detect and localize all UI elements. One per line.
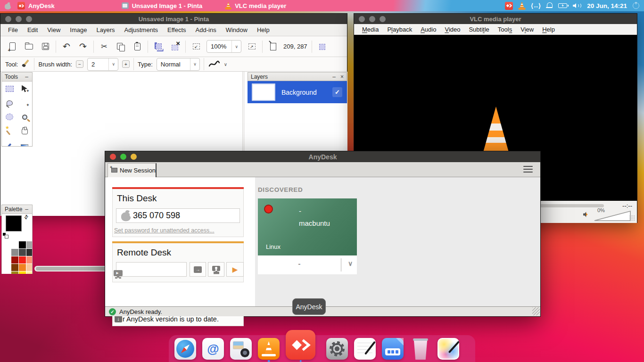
- zoom-level-dropdown[interactable]: 100% ∨: [206, 40, 241, 53]
- zoom-to-window-button[interactable]: ↗: [246, 41, 258, 53]
- anydesk-tray-icon[interactable]: [505, 2, 513, 10]
- menu-image[interactable]: Image: [65, 26, 91, 33]
- maximize-button[interactable]: [131, 154, 137, 160]
- palette-swatch[interactable]: [19, 272, 26, 274]
- palette-swatch[interactable]: [26, 272, 33, 274]
- palette-swatch[interactable]: [26, 264, 33, 271]
- open-file-button[interactable]: [23, 41, 35, 53]
- tool-pan[interactable]: [17, 124, 32, 138]
- network-icon[interactable]: ⟨↔⟩: [531, 2, 540, 9]
- minimize-button[interactable]: [369, 16, 375, 22]
- menu-video[interactable]: Video: [440, 26, 464, 33]
- save-button[interactable]: [39, 41, 51, 53]
- menu-help[interactable]: Help: [538, 26, 559, 33]
- foreground-color-swatch[interactable]: [6, 215, 22, 231]
- minimize-panel-button[interactable]: –: [24, 74, 29, 80]
- brush-width-increase-button[interactable]: +: [122, 60, 130, 68]
- palette-swatch[interactable]: [11, 256, 18, 263]
- dock-item-anydesk[interactable]: [286, 330, 315, 360]
- blend-type-dropdown[interactable]: Normal ∨: [157, 58, 200, 71]
- menu-media[interactable]: Media: [358, 26, 383, 33]
- clock-label[interactable]: 20 Jun, 14:21: [587, 2, 627, 9]
- menu-view[interactable]: View: [42, 26, 65, 33]
- palette-swatch[interactable]: [26, 256, 33, 263]
- vlc-titlebar[interactable]: VLC media player: [354, 14, 637, 24]
- menubar-app-pinta[interactable]: Unsaved Image 1 - Pinta: [122, 2, 203, 9]
- stroke-style-icon[interactable]: [208, 60, 220, 68]
- connect-file-transfer-button[interactable]: →: [190, 262, 206, 277]
- anydesk-titlebar[interactable]: AnyDesk: [105, 151, 540, 162]
- discovered-client-card[interactable]: - macbuntu Linux: [258, 198, 357, 255]
- menubar-app-anydesk[interactable]: AnyDesk: [17, 2, 55, 9]
- connect-button[interactable]: ▶: [226, 262, 244, 277]
- menubar-app-vlc[interactable]: VLC media player: [225, 2, 286, 9]
- notifications-bell-icon[interactable]: [546, 2, 553, 9]
- zoom-to-selection-button[interactable]: ↙: [190, 41, 202, 53]
- maximize-button[interactable]: [26, 16, 32, 22]
- desk-id-field[interactable]: 365 070 598: [116, 208, 240, 223]
- speaker-icon[interactable]: [583, 211, 591, 218]
- remote-desk-input[interactable]: [116, 262, 187, 277]
- palette-swatch[interactable]: [19, 264, 26, 271]
- tool-color-picker[interactable]: [2, 138, 17, 147]
- dock-item-screenshot[interactable]: [230, 338, 252, 360]
- menu-hamburger-icon[interactable]: [523, 166, 533, 173]
- close-panel-button[interactable]: ×: [340, 74, 344, 80]
- palette-swatch[interactable]: [11, 264, 18, 271]
- remote-monitor-button[interactable]: [208, 262, 224, 277]
- menu-tools[interactable]: Tools: [494, 26, 516, 33]
- menu-file[interactable]: File: [3, 26, 23, 33]
- close-button[interactable]: [5, 16, 11, 22]
- vlc-tray-icon[interactable]: [518, 1, 525, 10]
- dock-item-files[interactable]: [382, 338, 404, 360]
- palette-swatch[interactable]: [26, 249, 33, 256]
- dock-item-safari[interactable]: [174, 338, 196, 360]
- dock-item-pinta[interactable]: [438, 338, 459, 360]
- close-button[interactable]: [110, 154, 116, 160]
- menu-layers[interactable]: Layers: [91, 26, 119, 33]
- menu-effects[interactable]: Effects: [163, 26, 191, 33]
- chevron-down-icon[interactable]: ∨: [224, 62, 227, 67]
- maximize-button[interactable]: [380, 16, 386, 22]
- tool-magic-wand[interactable]: [2, 124, 17, 138]
- tool-move-selected[interactable]: +: [17, 96, 32, 110]
- pinta-titlebar[interactable]: Unsaved Image 1 - Pinta: [0, 14, 347, 24]
- tool-zoom[interactable]: [17, 110, 32, 124]
- volume-icon[interactable]: [573, 3, 581, 9]
- tool-ellipse-select[interactable]: [2, 110, 17, 124]
- new-session-tab[interactable]: New Session: [107, 163, 157, 177]
- battery-icon[interactable]: [558, 3, 567, 8]
- menu-subtitle[interactable]: Subtitle: [464, 26, 493, 33]
- dock-item-mail[interactable]: @: [202, 338, 224, 360]
- dock-item-notes[interactable]: [354, 338, 376, 360]
- menu-adjustments[interactable]: Adjustments: [119, 26, 163, 33]
- menu-help[interactable]: Help: [252, 26, 274, 33]
- palette-swatch[interactable]: [19, 249, 26, 256]
- power-icon[interactable]: [633, 2, 639, 9]
- menu-view[interactable]: View: [516, 26, 538, 33]
- menu-audio[interactable]: Audio: [416, 26, 440, 33]
- tool-rectangle-select[interactable]: [2, 82, 17, 96]
- layer-row-background[interactable]: Background ✓: [248, 81, 347, 103]
- brush-width-decrease-button[interactable]: −: [76, 60, 83, 68]
- dock-item-trash[interactable]: [410, 338, 431, 360]
- menu-addins[interactable]: Add-ins: [191, 26, 221, 33]
- paste-button[interactable]: [131, 41, 143, 53]
- menu-edit[interactable]: Edit: [23, 26, 42, 33]
- copy-button[interactable]: [115, 41, 127, 53]
- volume-control[interactable]: 0%: [579, 209, 636, 222]
- palette-swatch[interactable]: [26, 241, 33, 248]
- reset-colors-icon[interactable]: [3, 233, 8, 239]
- cut-button[interactable]: ✂: [98, 41, 110, 53]
- minimize-panel-button[interactable]: –: [332, 74, 336, 80]
- crop-to-selection-button[interactable]: [152, 41, 165, 53]
- volume-triangle-slider[interactable]: [594, 210, 631, 222]
- layer-visibility-checkbox[interactable]: ✓: [332, 87, 342, 97]
- resize-grip[interactable]: [629, 215, 635, 221]
- palette-swatch[interactable]: [11, 249, 18, 256]
- deselect-button[interactable]: [169, 41, 181, 53]
- palette-swatch[interactable]: [19, 241, 26, 248]
- chevron-down-icon[interactable]: ∨: [344, 260, 357, 267]
- resize-canvas-icon[interactable]: [267, 41, 279, 53]
- minimize-button[interactable]: [120, 154, 126, 160]
